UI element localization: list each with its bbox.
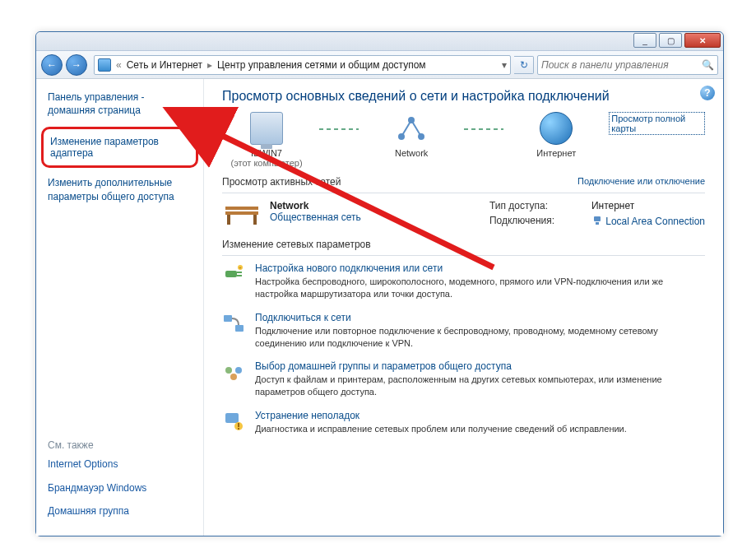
map-line <box>319 128 359 130</box>
minimize-button[interactable]: _ <box>633 33 656 48</box>
refresh-button[interactable]: ↻ <box>514 56 534 74</box>
sidebar-adapter-settings[interactable]: Изменение параметров адаптера <box>41 127 198 168</box>
svg-rect-11 <box>225 271 237 277</box>
task-desc: Подключение или повторное подключение к … <box>255 325 705 350</box>
map-network-name: Network <box>367 148 456 158</box>
lan-icon <box>591 215 603 226</box>
svg-rect-7 <box>227 215 230 225</box>
see-also-firewall[interactable]: Брандмауэр Windows <box>48 481 192 495</box>
breadcrumb-seg1[interactable]: Сеть и Интернет <box>127 59 202 71</box>
address-bar[interactable]: « Сеть и Интернет ▸ Центр управления сет… <box>94 55 511 75</box>
globe-icon <box>540 112 573 145</box>
network-type-link[interactable]: Общественная сеть <box>270 211 361 223</box>
task-cable: Подключиться к сетиПодключение или повто… <box>222 312 705 350</box>
chevron-right-icon: ▸ <box>207 59 212 71</box>
task-link[interactable]: Выбор домашней группы и параметров общег… <box>255 360 705 372</box>
network-name: Network <box>270 200 361 211</box>
task-desc: Диагностика и исправление сетевых пробле… <box>255 423 627 435</box>
active-networks-title: Просмотр активных сетей Подключение или … <box>222 176 705 188</box>
maximize-button[interactable]: ▢ <box>659 33 682 48</box>
task-desc: Доступ к файлам и принтерам, расположенн… <box>255 374 705 398</box>
svg-rect-6 <box>225 211 258 215</box>
task-link[interactable]: Подключиться к сети <box>255 312 705 323</box>
breadcrumb-seg2[interactable]: Центр управления сетями и общим доступом <box>217 59 426 71</box>
help-icon[interactable]: ? <box>700 86 715 100</box>
forward-button[interactable]: → <box>66 54 87 76</box>
svg-rect-21 <box>225 413 239 423</box>
see-also-homegroup[interactable]: Домашняя группа <box>48 504 192 518</box>
change-settings-title: Изменение сетевых параметров <box>222 239 705 250</box>
cable-icon <box>222 312 245 350</box>
control-panel-icon <box>98 58 111 72</box>
svg-rect-8 <box>253 215 257 225</box>
access-type-value: Интернет <box>591 200 705 211</box>
back-button[interactable]: ← <box>41 54 63 76</box>
svg-point-20 <box>230 374 237 380</box>
connect-disconnect-link[interactable]: Подключение или отключение <box>577 176 705 186</box>
task-link[interactable]: Настройка нового подключения или сети <box>255 262 705 274</box>
search-input[interactable] <box>541 59 698 71</box>
map-internet-name: Интернет <box>512 148 601 158</box>
svg-line-4 <box>411 120 421 137</box>
separator <box>222 193 705 193</box>
separator <box>222 255 705 256</box>
diag-icon <box>222 410 245 435</box>
network-map: IEWIN7 (этот компьютер) Network Интернет… <box>222 112 705 168</box>
see-also-title: См. также <box>48 439 192 451</box>
task-home: Выбор домашней группы и параметров общег… <box>222 360 705 398</box>
plug-icon: + <box>222 262 245 300</box>
svg-rect-23 <box>238 423 239 427</box>
search-box[interactable]: 🔍 <box>537 55 718 75</box>
sidebar-home[interactable]: Панель управления - домашняя страница <box>48 91 192 117</box>
network-details: Тип доступа: Интернет Подключения: Local… <box>489 200 705 227</box>
svg-point-19 <box>235 367 242 374</box>
close-button[interactable]: ✕ <box>684 33 721 48</box>
active-network-block: Network Общественная сеть Тип доступа: И… <box>222 200 705 227</box>
content-area: ? Просмотр основных сведений о сети и на… <box>204 79 723 536</box>
task-desc: Настройка беспроводного, широкополосного… <box>255 276 705 300</box>
navbar: ← → « Сеть и Интернет ▸ Центр управления… <box>36 51 723 79</box>
address-dropdown-icon[interactable]: ▾ <box>502 59 507 71</box>
breadcrumb-prefix: « <box>116 59 122 71</box>
window-body: Панель управления - домашняя страница Из… <box>36 79 723 536</box>
sidebar-advanced-sharing[interactable]: Изменить дополнительные параметры общего… <box>48 176 192 202</box>
search-icon: 🔍 <box>702 59 714 71</box>
svg-rect-5 <box>225 207 258 210</box>
connection-link[interactable]: Local Area Connection <box>605 216 705 227</box>
map-this-pc-sub: (этот компьютер) <box>222 158 311 168</box>
svg-rect-10 <box>596 222 599 225</box>
sidebar: Панель управления - домашняя страница Из… <box>36 79 204 536</box>
network-icon <box>395 112 428 145</box>
map-network: Network <box>367 112 456 158</box>
svg-rect-24 <box>238 428 239 430</box>
map-internet: Интернет <box>512 112 601 158</box>
svg-text:+: + <box>239 265 242 270</box>
access-type-label: Тип доступа: <box>489 200 580 211</box>
svg-point-18 <box>225 367 232 374</box>
page-heading: Просмотр основных сведений о сети и наст… <box>222 89 705 104</box>
home-icon <box>222 360 245 398</box>
svg-rect-9 <box>594 216 601 221</box>
view-full-map-link[interactable]: Просмотр полной карты <box>609 112 705 135</box>
svg-line-3 <box>401 120 411 137</box>
map-this-pc: IEWIN7 (этот компьютер) <box>222 112 311 168</box>
map-line <box>464 128 503 130</box>
connections-label: Подключения: <box>489 215 580 227</box>
map-this-pc-name: IEWIN7 <box>222 148 311 158</box>
task-diag: Устранение неполадокДиагностика и исправ… <box>222 410 705 435</box>
task-plug: +Настройка нового подключения или сетиНа… <box>222 262 705 300</box>
svg-rect-17 <box>235 325 243 332</box>
titlebar: _ ▢ ✕ <box>36 32 723 51</box>
monitor-icon <box>250 112 283 145</box>
bench-icon <box>222 200 262 226</box>
window: _ ▢ ✕ ← → « Сеть и Интернет ▸ Центр упра… <box>35 31 724 536</box>
see-also-internet-options[interactable]: Internet Options <box>48 457 192 471</box>
task-link[interactable]: Устранение неполадок <box>255 410 627 421</box>
svg-rect-16 <box>224 315 232 322</box>
